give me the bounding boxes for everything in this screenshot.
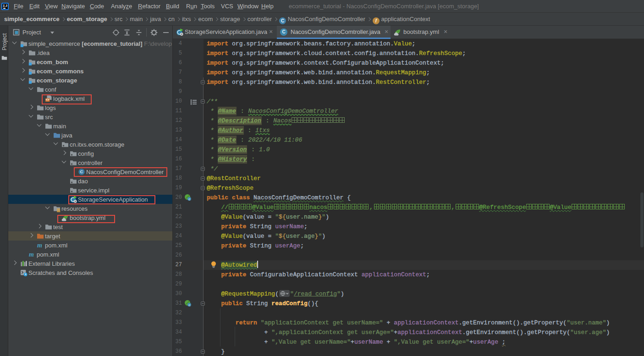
svg-text:c: c <box>188 303 190 307</box>
svg-text:m: m <box>37 242 42 249</box>
svg-text:c: c <box>188 197 190 201</box>
svg-text:m: m <box>29 251 34 258</box>
